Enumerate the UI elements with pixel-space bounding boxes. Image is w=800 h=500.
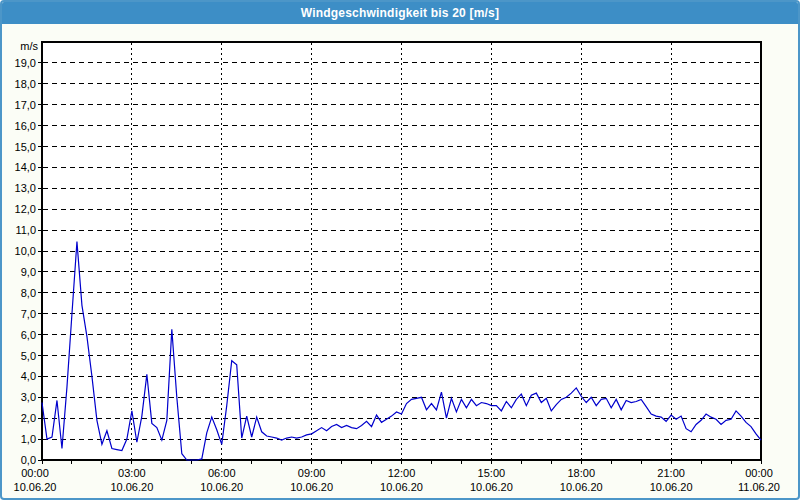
y-tick-label: 8,0 bbox=[21, 287, 36, 299]
chart-window: Windgeschwindigkeit bis 20 [m/s] 0,01,02… bbox=[0, 0, 800, 500]
chart-canvas: 0,01,02,03,04,05,06,07,08,09,010,011,012… bbox=[2, 2, 798, 498]
y-tick-label: 10,0 bbox=[15, 245, 36, 257]
y-tick-label: 7,0 bbox=[21, 308, 36, 320]
x-tick-time-label: 09:00 bbox=[298, 467, 326, 479]
y-tick-label: 14,0 bbox=[15, 161, 36, 173]
y-tick-label: 4,0 bbox=[21, 370, 36, 382]
y-tick-label: 19,0 bbox=[15, 57, 36, 69]
x-tick-time-label: 00:00 bbox=[21, 467, 49, 479]
y-tick-label: 0,0 bbox=[21, 454, 36, 466]
y-tick-label: 1,0 bbox=[21, 433, 36, 445]
x-tick-date-label: 11.06.20 bbox=[738, 481, 780, 493]
y-axis-unit-label: m/s bbox=[20, 40, 38, 52]
x-tick-time-label: 06:00 bbox=[208, 467, 236, 479]
x-tick-date-label: 10.06.20 bbox=[560, 481, 603, 493]
x-tick-time-label: 03:00 bbox=[118, 467, 146, 479]
y-tick-label: 2,0 bbox=[21, 412, 36, 424]
x-tick-date-label: 10.06.20 bbox=[110, 481, 153, 493]
x-tick-date-label: 10.06.20 bbox=[650, 481, 693, 493]
x-tick-time-label: 18:00 bbox=[567, 467, 595, 479]
y-tick-label: 11,0 bbox=[15, 224, 36, 236]
y-tick-label: 6,0 bbox=[21, 329, 36, 341]
y-tick-label: 18,0 bbox=[15, 78, 36, 90]
x-tick-time-label: 00:00 bbox=[745, 467, 773, 479]
y-tick-label: 9,0 bbox=[21, 266, 36, 278]
x-tick-date-label: 10.06.20 bbox=[200, 481, 243, 493]
x-tick-date-label: 10.06.20 bbox=[470, 481, 513, 493]
y-tick-label: 12,0 bbox=[15, 203, 36, 215]
x-tick-date-label: 10.06.20 bbox=[380, 481, 423, 493]
x-tick-time-label: 15:00 bbox=[478, 467, 506, 479]
y-tick-label: 17,0 bbox=[15, 99, 36, 111]
y-tick-label: 3,0 bbox=[21, 391, 36, 403]
x-tick-time-label: 12:00 bbox=[388, 467, 416, 479]
y-tick-label: 16,0 bbox=[15, 120, 36, 132]
x-tick-date-label: 10.06.20 bbox=[14, 481, 57, 493]
x-tick-time-label: 21:00 bbox=[657, 467, 685, 479]
y-tick-label: 13,0 bbox=[15, 182, 36, 194]
x-tick-date-label: 10.06.20 bbox=[290, 481, 333, 493]
y-tick-label: 5,0 bbox=[21, 350, 36, 362]
y-tick-label: 15,0 bbox=[15, 141, 36, 153]
